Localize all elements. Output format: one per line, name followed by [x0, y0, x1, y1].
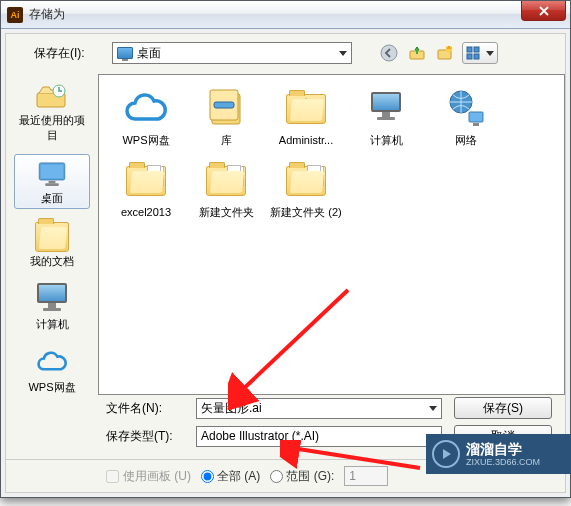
documents-icon	[35, 222, 69, 252]
file-browser[interactable]: WPS网盘 库	[98, 74, 565, 395]
sidebar-item-label: 最近使用的项目	[15, 113, 89, 143]
sidebar-item-computer[interactable]: 计算机	[14, 280, 90, 335]
svg-rect-8	[474, 54, 479, 59]
svg-point-0	[381, 45, 397, 61]
use-artboard-label: 使用画板 (U)	[123, 468, 191, 485]
file-item-library[interactable]: 库	[187, 83, 265, 151]
library-icon	[202, 87, 250, 131]
computer-icon	[35, 285, 69, 315]
svg-rect-2	[416, 49, 418, 54]
file-item-newfolder2[interactable]: 新建文件夹 (2)	[267, 155, 345, 223]
view-menu-button[interactable]	[462, 42, 498, 64]
svg-rect-5	[467, 47, 472, 52]
file-label: Administr...	[279, 133, 333, 147]
range-radio-label: 范围 (G):	[286, 468, 334, 485]
chevron-down-icon	[429, 406, 437, 411]
user-folder-icon	[282, 87, 330, 131]
sidebar-item-wps[interactable]: WPS网盘	[14, 343, 90, 398]
dialog-title: 存储为	[29, 6, 65, 23]
file-label: 新建文件夹	[199, 205, 254, 219]
chevron-down-icon	[486, 51, 494, 56]
svg-rect-20	[469, 112, 483, 122]
save-in-select[interactable]: 桌面	[112, 42, 352, 64]
save-in-label: 保存在(I):	[34, 45, 104, 62]
close-icon	[539, 6, 549, 16]
file-label: 库	[221, 133, 232, 147]
titlebar: Ai 存储为	[1, 1, 570, 29]
view-icon	[466, 46, 482, 60]
filename-label: 文件名(N):	[106, 400, 184, 417]
use-artboard-checkbox: 使用画板 (U)	[106, 468, 191, 485]
cloud-icon	[122, 87, 170, 131]
folder-icon	[202, 159, 250, 203]
up-one-level-icon	[408, 44, 426, 62]
svg-rect-14	[45, 183, 59, 186]
sidebar-item-label: WPS网盘	[28, 380, 75, 395]
back-button[interactable]	[378, 42, 400, 64]
watermark: 溜溜自学 ZIXUE.3D66.COM	[426, 434, 571, 474]
sidebar-item-label: 计算机	[36, 317, 69, 332]
network-icon	[442, 87, 490, 131]
range-value: 1	[349, 469, 356, 483]
cloud-icon	[35, 348, 69, 378]
filetype-label: 保存类型(T):	[106, 428, 184, 445]
all-radio[interactable]: 全部 (A)	[201, 468, 260, 485]
svg-rect-7	[467, 54, 472, 59]
file-label: 新建文件夹 (2)	[270, 205, 342, 219]
svg-rect-17	[214, 102, 234, 108]
save-button[interactable]: 保存(S)	[454, 397, 552, 419]
up-button[interactable]	[406, 42, 428, 64]
folder-icon	[282, 159, 330, 203]
svg-rect-12	[41, 165, 63, 179]
file-label: WPS网盘	[122, 133, 169, 147]
file-item-admin[interactable]: Administr...	[267, 83, 345, 151]
watermark-url: ZIXUE.3D66.COM	[466, 457, 540, 467]
svg-point-18	[302, 99, 310, 107]
sidebar-item-desktop[interactable]: 桌面	[14, 154, 90, 209]
file-item-wps[interactable]: WPS网盘	[107, 83, 185, 151]
places-sidebar: 最近使用的项目 桌面 我的文档	[6, 74, 98, 395]
all-radio-label: 全部 (A)	[217, 468, 260, 485]
play-icon	[432, 440, 460, 468]
sidebar-item-mydocs[interactable]: 我的文档	[14, 217, 90, 272]
close-button[interactable]	[521, 1, 566, 21]
range-radio-input[interactable]	[270, 470, 283, 483]
file-label: 网络	[455, 133, 477, 147]
sidebar-item-label: 桌面	[41, 191, 63, 206]
svg-rect-6	[474, 47, 479, 52]
save-in-value: 桌面	[137, 45, 161, 62]
computer-icon	[362, 87, 410, 131]
sidebar-item-recent[interactable]: 最近使用的项目	[14, 76, 90, 146]
file-item-newfolder1[interactable]: 新建文件夹	[187, 155, 265, 223]
folder-icon	[122, 159, 170, 203]
file-item-excel2013[interactable]: excel2013	[107, 155, 185, 223]
new-folder-icon	[436, 44, 454, 62]
new-folder-button[interactable]	[434, 42, 456, 64]
sidebar-item-label: 我的文档	[30, 254, 74, 269]
file-label: excel2013	[121, 205, 171, 219]
filename-input[interactable]: 矢量图形.ai	[196, 398, 442, 419]
desktop-icon	[117, 47, 133, 59]
use-artboard-input	[106, 470, 119, 483]
file-label: 计算机	[370, 133, 403, 147]
chevron-down-icon	[339, 51, 347, 56]
save-as-dialog: Ai 存储为 保存在(I): 桌面	[0, 0, 571, 498]
desktop-icon	[35, 159, 69, 189]
range-radio[interactable]: 范围 (G):	[270, 468, 334, 485]
save-in-row: 保存在(I): 桌面	[6, 34, 565, 74]
filename-value: 矢量图形.ai	[201, 400, 262, 417]
range-value-input[interactable]: 1	[344, 466, 388, 486]
all-radio-input[interactable]	[201, 470, 214, 483]
filetype-value: Adobe Illustrator (*.AI)	[201, 429, 319, 443]
file-item-network[interactable]: 网络	[427, 83, 505, 151]
back-icon	[380, 44, 398, 62]
recent-icon	[35, 81, 69, 111]
svg-rect-21	[473, 123, 479, 126]
location-toolbar	[378, 42, 498, 64]
file-item-computer[interactable]: 计算机	[347, 83, 425, 151]
app-icon: Ai	[7, 7, 23, 23]
svg-rect-13	[49, 181, 56, 184]
filetype-select[interactable]: Adobe Illustrator (*.AI)	[196, 426, 442, 447]
watermark-title: 溜溜自学	[466, 441, 540, 457]
